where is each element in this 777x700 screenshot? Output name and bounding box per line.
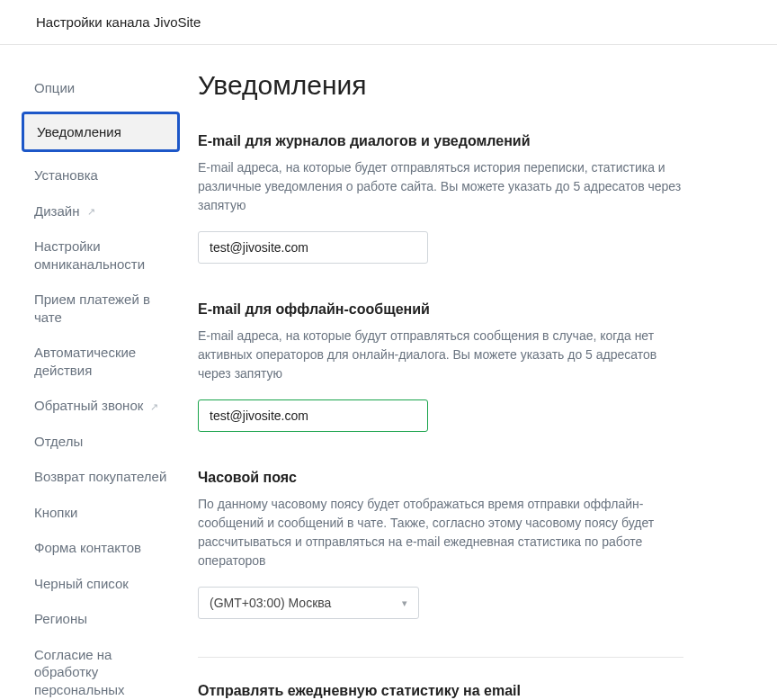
sidebar-item-consent[interactable]: Согласие на обработку персональных данны…	[22, 637, 180, 701]
sidebar-item-label: Согласие на обработку персональных данны…	[34, 647, 125, 701]
sidebar-item-label: Установка	[34, 167, 98, 183]
page-title: Настройки канала JivoSite	[36, 14, 201, 30]
external-link-icon: ↗	[150, 400, 158, 413]
section-title: E-mail для журналов диалогов и уведомлен…	[198, 133, 683, 149]
sidebar-item-label: Отделы	[34, 434, 83, 449]
email-offline-input[interactable]	[198, 399, 428, 432]
sidebar-item-label: Возврат покупателей	[34, 469, 166, 484]
section-email-offline: E-mail для оффлайн-сообщений E-mail адре…	[198, 301, 683, 432]
sidebar-item-notifications[interactable]: Уведомления	[22, 112, 180, 153]
sidebar-item-label: Опции	[34, 80, 75, 95]
sidebar-item-label: Автоматические действия	[34, 345, 136, 378]
sidebar-item-omnichannel[interactable]: Настройки омниканальности	[22, 229, 180, 282]
sidebar-item-callback[interactable]: Обратный звонок ↗	[22, 388, 180, 424]
sidebar-item-contact-form[interactable]: Форма контактов	[22, 530, 180, 566]
sidebar-item-design[interactable]: Дизайн ↗	[22, 193, 180, 229]
sidebar-item-departments[interactable]: Отделы	[22, 424, 180, 460]
page-header: Настройки канала JivoSite	[0, 0, 777, 45]
section-email-logs: E-mail для журналов диалогов и уведомлен…	[198, 133, 683, 264]
sidebar-item-return-visitors[interactable]: Возврат покупателей	[22, 459, 180, 495]
sidebar-item-label: Форма контактов	[34, 540, 141, 555]
section-desc: E-mail адреса, на которые будет отправля…	[198, 158, 683, 215]
sidebar-item-label: Настройки омниканальности	[34, 238, 145, 272]
sidebar-item-label: Черный список	[34, 576, 129, 591]
main-content: Уведомления E-mail для журналов диалогов…	[180, 45, 719, 700]
section-title: Часовой пояс	[198, 470, 683, 486]
section-title: E-mail для оффлайн-сообщений	[198, 301, 683, 318]
section-timezone: Часовой пояс По данному часовому поясу б…	[198, 470, 683, 619]
content-wrapper: Опции Уведомления Установка Дизайн ↗ Нас…	[0, 45, 777, 700]
main-heading: Уведомления	[198, 70, 683, 101]
external-link-icon: ↗	[87, 205, 95, 218]
sidebar-item-options[interactable]: Опции	[22, 70, 180, 106]
sidebar-item-label: Кнопки	[34, 505, 77, 520]
timezone-value: (GMT+03:00) Москва	[210, 596, 331, 610]
sidebar-item-label: Прием платежей в чате	[34, 292, 150, 325]
timezone-select[interactable]: (GMT+03:00) Москва ▾	[198, 587, 419, 619]
sidebar-item-buttons[interactable]: Кнопки	[22, 495, 180, 531]
sidebar-item-label: Регионы	[34, 611, 87, 626]
sidebar-item-blacklist[interactable]: Черный список	[22, 566, 180, 602]
email-logs-input[interactable]	[198, 231, 428, 264]
sidebar-item-auto-actions[interactable]: Автоматические действия	[22, 335, 180, 388]
section-desc: E-mail адреса, на которые будут отправля…	[198, 327, 683, 383]
chevron-down-icon: ▾	[402, 597, 407, 609]
sidebar-item-install[interactable]: Установка	[22, 157, 180, 193]
sidebar-item-label: Обратный звонок	[34, 398, 143, 413]
sidebar-item-label: Дизайн	[34, 203, 79, 219]
section-daily-stats: Отправлять ежедневную статистику на emai…	[198, 683, 683, 700]
sidebar-item-payments[interactable]: Прием платежей в чате	[22, 282, 180, 335]
section-desc: По данному часовому поясу будет отобража…	[198, 495, 683, 570]
section-title: Отправлять ежедневную статистику на emai…	[198, 683, 683, 699]
sidebar-item-label: Уведомления	[37, 124, 121, 139]
section-divider	[198, 657, 683, 658]
sidebar-item-regions[interactable]: Регионы	[22, 601, 180, 637]
sidebar: Опции Уведомления Установка Дизайн ↗ Нас…	[0, 45, 180, 700]
